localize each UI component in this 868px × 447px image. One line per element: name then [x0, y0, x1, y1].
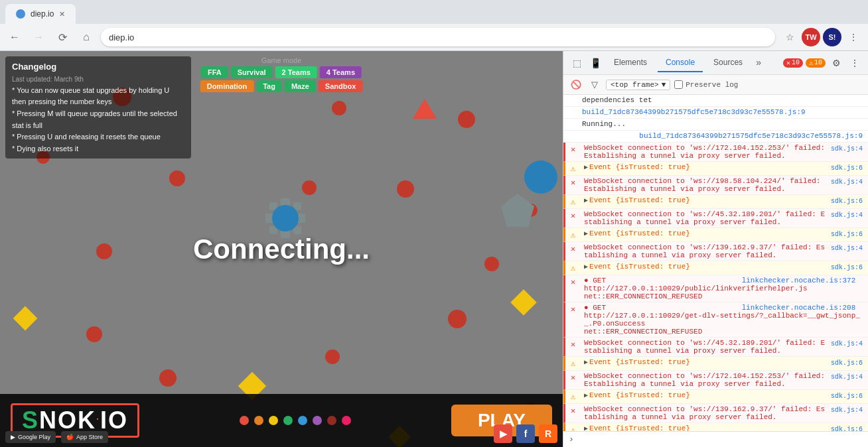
frame-selector[interactable]: <top frame> ▼ — [606, 80, 670, 90]
changelog-date: Last updated: March 9th — [12, 74, 184, 85]
play-icon: ▶ — [11, 434, 15, 440]
google-play-badge[interactable]: ▶ Google Play — [5, 431, 56, 443]
apple-icon: 🍎 — [66, 434, 74, 440]
devtools-panel: ⬚ 📱 Elements Console Sources » ✕ 10 ⚠ 10… — [563, 51, 868, 447]
error-icon: ✕ — [571, 304, 581, 314]
mode-sandbox-button[interactable]: Sandbox — [319, 80, 362, 92]
mode-tag-button[interactable]: Tag — [256, 80, 282, 92]
main-content: Changelog Last updated: March 9th * You … — [0, 51, 868, 447]
youtube-icon[interactable]: ▶ — [494, 424, 512, 443]
console-message-error: ✕ WebSocket connection to 'ws://172.104.… — [563, 371, 868, 390]
game-object — [510, 289, 537, 316]
menu-button[interactable]: ⋮ — [844, 28, 863, 46]
error-icon: ✕ — [571, 277, 581, 287]
devtools-settings-button[interactable]: ⚙ — [828, 55, 844, 71]
mode-2teams-button[interactable]: 2 Teams — [275, 66, 317, 78]
mode-buttons-row-1: FFA Survival 2 Teams 4 Teams — [201, 66, 362, 78]
console-input[interactable] — [578, 435, 863, 444]
reddit-icon[interactable]: R — [539, 424, 557, 443]
dot-pink — [342, 416, 351, 425]
game-object — [302, 180, 317, 195]
console-message: build_71dc87364399b271575dfc5e718c3d93c7… — [563, 107, 868, 119]
console-toolbar: 🚫 ▽ <top frame> ▼ Preserve log — [563, 75, 868, 95]
connecting-text: Connecting... — [193, 233, 370, 265]
dot-darkred — [327, 416, 336, 425]
warning-count: 10 — [814, 59, 822, 66]
mode-maze-button[interactable]: Maze — [285, 80, 316, 92]
mode-domination-button[interactable]: Domination — [200, 80, 254, 92]
profile-button-2[interactable]: S! — [823, 28, 841, 46]
facebook-icon[interactable]: f — [516, 424, 535, 443]
devtools-more-button[interactable]: ⋮ — [847, 55, 863, 71]
back-button[interactable]: ← — [5, 28, 24, 46]
bottom-banner: SNOK.IO PLAY ▶ Google Play — [0, 394, 563, 447]
tab-favicon — [16, 9, 25, 19]
changelog-panel: Changelog Last updated: March 9th * You … — [5, 56, 191, 159]
profile-button-1[interactable]: TW — [802, 28, 820, 46]
console-message-warning: ⚠ ▶ Event {isTrusted: true} sdk.js:6 — [563, 357, 868, 371]
console-message-error: ✕ WebSocket connection to 'ws://45.32.18… — [563, 209, 868, 228]
active-tab[interactable]: diep.io ✕ — [5, 4, 76, 24]
more-tabs-button[interactable]: » — [753, 58, 764, 68]
console-message-warning: ⚠ ▶ Event {isTrusted: true} sdk.js:6 — [563, 261, 868, 275]
dot-yellow — [269, 416, 278, 425]
game-object — [96, 243, 112, 259]
warning-icon: ⚠ — [571, 425, 581, 431]
game-area[interactable]: Changelog Last updated: March 9th * You … — [0, 51, 563, 447]
game-mode-bar: Game mode FFA Survival 2 Teams 4 Teams D… — [200, 56, 363, 92]
warning-icon: ⚠ — [571, 230, 581, 240]
error-count-badge[interactable]: ✕ 10 — [783, 58, 803, 68]
toolbar-icons: ☆ TW S! ⋮ — [780, 28, 863, 46]
error-icon: ✕ — [571, 244, 581, 254]
forward-button[interactable]: → — [29, 28, 48, 46]
game-object — [458, 111, 475, 128]
warning-icon: ⚠ — [571, 197, 581, 207]
console-message-error: ✕ WebSocket connection to 'ws://198.58.1… — [563, 176, 868, 195]
console-prompt: › — [569, 434, 574, 444]
tab-console[interactable]: Console — [658, 54, 703, 72]
tab-bar: diep.io ✕ — [0, 0, 868, 24]
mode-ffa-button[interactable]: FFA — [201, 66, 228, 78]
error-icon: ✕ — [571, 406, 581, 416]
dot-red — [240, 416, 249, 425]
console-message-warning: ⚠ ▶ Event {isTrusted: true} sdk.js:6 — [563, 390, 868, 404]
tab-close-button[interactable]: ✕ — [59, 10, 65, 19]
bookmark-button[interactable]: ☆ — [780, 28, 799, 46]
player-tank — [524, 160, 557, 194]
console-message: Running... — [563, 119, 868, 131]
console-messages[interactable]: dependencies tet build_71dc87364399b2715… — [563, 95, 868, 431]
warning-count-badge[interactable]: ⚠ 10 — [806, 58, 826, 68]
reload-button[interactable]: ⟳ — [53, 28, 72, 46]
console-message-error: ✕ WebSocket connection to 'ws://172.104.… — [563, 143, 868, 162]
app-store-badge[interactable]: 🍎 App Store — [61, 431, 108, 443]
player-spinner — [265, 198, 305, 238]
changelog-title: Changelog — [12, 60, 184, 74]
game-object — [159, 369, 177, 387]
dot-green — [283, 416, 293, 425]
console-message-warning: ⚠ ▶ Event {isTrusted: true} sdk.js:6 — [563, 162, 868, 176]
console-message-error: ✕ ● GET linkchecker.nocache.is:208 http:… — [563, 302, 868, 338]
warning-icon: ⚠ — [571, 263, 581, 273]
console-message-error: ✕ WebSocket connection to 'ws://139.162.… — [563, 404, 868, 423]
console-message-error: ✕ WebSocket connection to 'ws://139.162.… — [563, 242, 868, 261]
mode-survival-button[interactable]: Survival — [231, 66, 273, 78]
devtools-device-button[interactable]: 📱 — [587, 55, 603, 71]
game-object — [413, 99, 437, 119]
devtools-tabs: ⬚ 📱 Elements Console Sources » ✕ 10 ⚠ 10… — [563, 51, 868, 75]
preserve-log-label[interactable]: Preserve log — [674, 80, 738, 89]
home-button[interactable]: ⌂ — [77, 28, 96, 46]
devtools-inspect-button[interactable]: ⬚ — [569, 55, 585, 71]
filter-button[interactable]: ▽ — [587, 78, 602, 92]
game-object — [448, 310, 467, 328]
address-input[interactable] — [101, 28, 775, 46]
devtools-actions: ✕ 10 ⚠ 10 ⚙ ⋮ — [783, 55, 863, 71]
tab-sources[interactable]: Sources — [705, 54, 751, 72]
warning-icon: ⚠ — [571, 359, 581, 369]
preserve-log-checkbox[interactable] — [674, 80, 683, 89]
changelog-item-4: * Dying also resets it — [12, 143, 184, 155]
clear-console-button[interactable]: 🚫 — [569, 78, 583, 92]
store-badges: ▶ Google Play 🍎 App Store — [5, 431, 108, 443]
tab-elements[interactable]: Elements — [606, 54, 655, 72]
dot-blue — [298, 416, 307, 425]
mode-4teams-button[interactable]: 4 Teams — [320, 66, 362, 78]
